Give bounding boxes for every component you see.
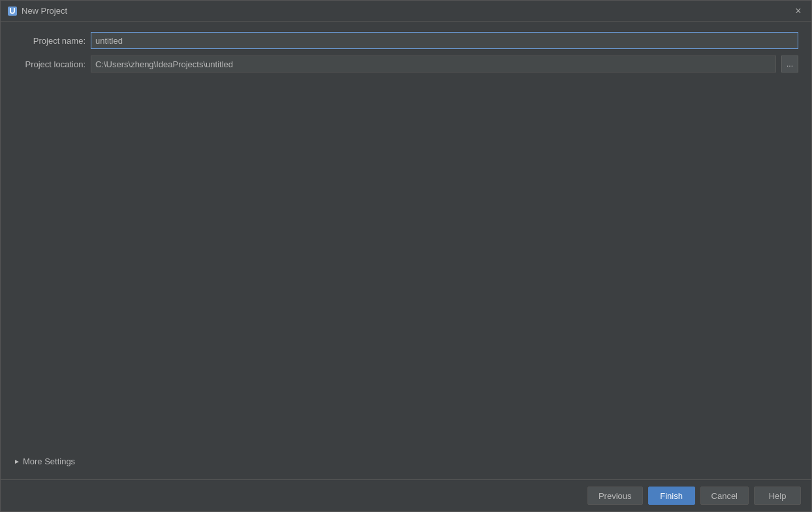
- project-location-label: Project location:: [14, 59, 86, 69]
- cancel-button[interactable]: Cancel: [700, 487, 749, 505]
- project-location-input[interactable]: [91, 56, 776, 72]
- idea-icon: U: [7, 6, 18, 16]
- project-location-row: Project location: ...: [14, 56, 798, 72]
- project-name-row: Project name:: [14, 32, 798, 49]
- title-bar: U New Project ×: [1, 1, 811, 22]
- dialog-content: Project name: Project location: ... ► Mo…: [1, 22, 811, 479]
- more-settings-toggle[interactable]: ► More Settings: [14, 454, 798, 469]
- browse-button[interactable]: ...: [781, 56, 798, 72]
- content-spacer: [14, 79, 798, 447]
- project-name-label: Project name:: [14, 36, 86, 46]
- new-project-dialog: U New Project × Project name: Project lo…: [0, 0, 812, 512]
- chevron-right-icon: ►: [14, 458, 20, 465]
- dialog-title: New Project: [22, 6, 792, 16]
- dialog-footer: Previous Finish Cancel Help: [1, 479, 811, 511]
- more-settings-label: More Settings: [23, 456, 75, 466]
- previous-button[interactable]: Previous: [587, 487, 643, 505]
- svg-text:U: U: [9, 6, 15, 16]
- help-button[interactable]: Help: [754, 487, 801, 505]
- close-button[interactable]: ×: [792, 5, 805, 18]
- project-name-input[interactable]: [91, 32, 798, 49]
- finish-button[interactable]: Finish: [648, 487, 695, 505]
